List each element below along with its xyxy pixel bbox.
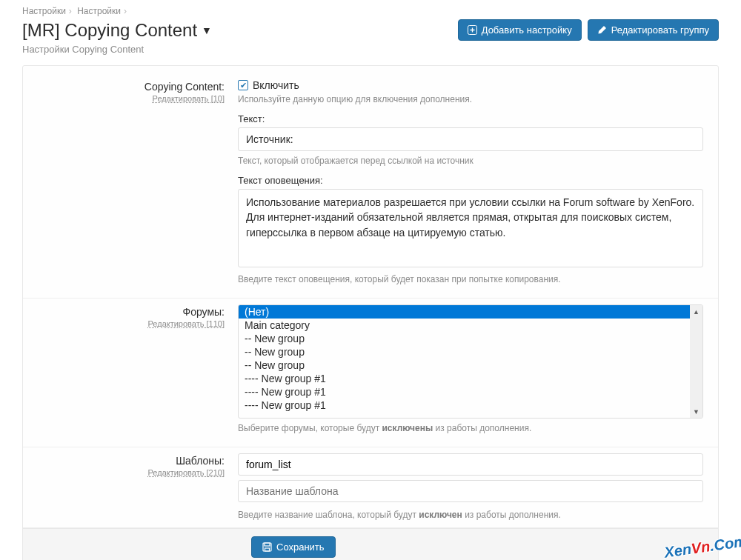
edit-link[interactable]: Редактировать [110] bbox=[147, 319, 225, 328]
svg-rect-2 bbox=[265, 543, 270, 546]
list-option[interactable]: -- New group bbox=[239, 332, 690, 345]
scrollbar[interactable]: ▲ ▼ bbox=[690, 305, 702, 418]
section-label: Шаблоны: bbox=[38, 455, 225, 467]
caret-down-icon: ▼ bbox=[202, 24, 212, 36]
save-button[interactable]: Сохранить bbox=[251, 536, 336, 558]
field-label: Текст: bbox=[238, 113, 703, 124]
template-placeholder-input[interactable] bbox=[238, 480, 703, 502]
edit-link[interactable]: Редактировать [210] bbox=[147, 468, 225, 477]
page-subtitle: Настройки Copying Content bbox=[0, 44, 741, 65]
field-label: Текст оповещения: bbox=[238, 175, 703, 186]
edit-link[interactable]: Редактировать [10] bbox=[153, 94, 225, 103]
template-input[interactable] bbox=[238, 453, 703, 476]
hint-text: Используйте данную опцию для включения д… bbox=[238, 94, 703, 104]
edit-group-button[interactable]: Редактировать группу bbox=[588, 19, 719, 41]
breadcrumb-item[interactable]: Настройки bbox=[22, 6, 66, 16]
enable-checkbox[interactable]: ✔ Включить bbox=[238, 79, 703, 91]
list-option[interactable]: ---- New group #1 bbox=[239, 372, 690, 385]
save-icon bbox=[262, 542, 272, 552]
list-option[interactable]: -- New group bbox=[239, 359, 690, 372]
list-option[interactable]: ---- New group #1 bbox=[239, 399, 690, 412]
page-title[interactable]: [MR] Copying Content ▼ bbox=[22, 20, 212, 41]
list-option[interactable]: (Нет) bbox=[239, 305, 690, 319]
svg-rect-3 bbox=[265, 548, 270, 551]
hint-text: Введите название шаблона, который будут … bbox=[238, 510, 703, 520]
plus-square-icon bbox=[468, 25, 477, 35]
text-input[interactable] bbox=[238, 127, 703, 151]
list-option[interactable]: Main category bbox=[239, 319, 690, 332]
hint-text: Введите текст оповещения, который будет … bbox=[238, 274, 703, 284]
hint-text: Текст, который отображается перед ссылко… bbox=[238, 156, 703, 166]
hint-text: Выберите форумы, которые будут исключены… bbox=[238, 423, 703, 433]
pencil-icon bbox=[597, 25, 607, 35]
list-option[interactable]: -- New group bbox=[239, 345, 690, 359]
settings-form: Copying Content: Редактировать [10] ✔ Вк… bbox=[22, 65, 719, 560]
forums-listbox[interactable]: (Нет) Main category -- New group -- New … bbox=[239, 305, 690, 418]
scroll-up-icon[interactable]: ▲ bbox=[690, 305, 702, 318]
check-icon: ✔ bbox=[238, 80, 248, 90]
alert-textarea[interactable] bbox=[238, 189, 703, 267]
list-option[interactable]: ---- New group #1 bbox=[239, 385, 690, 399]
scroll-down-icon[interactable]: ▼ bbox=[690, 405, 702, 418]
breadcrumb: Настройки› Настройки› bbox=[0, 0, 741, 19]
section-label: Copying Content: bbox=[38, 81, 225, 93]
breadcrumb-item[interactable]: Настройки bbox=[77, 6, 121, 16]
add-setting-button[interactable]: Добавить настройку bbox=[458, 19, 582, 41]
section-label: Форумы: bbox=[38, 306, 225, 318]
